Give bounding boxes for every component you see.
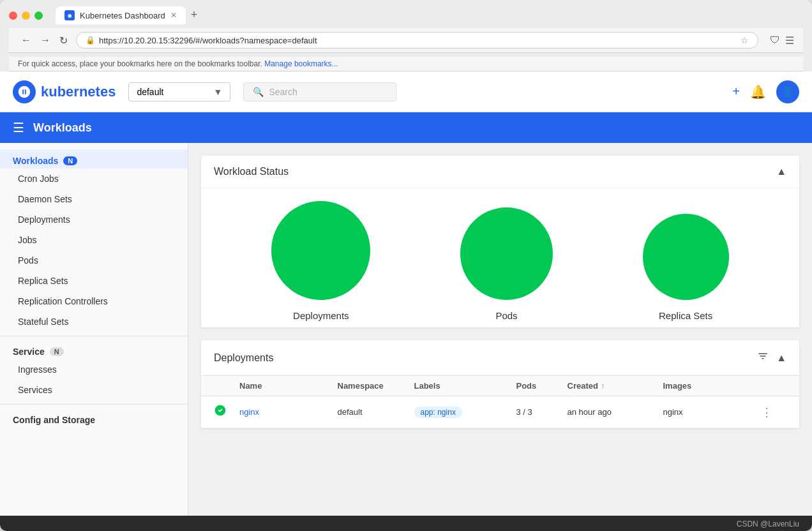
app-content: kubernetes default ▼ 🔍 Search + 🔔 👤 ☰ Wo…	[0, 71, 812, 516]
forward-button[interactable]: →	[37, 33, 54, 48]
search-placeholder: Search	[269, 87, 297, 97]
service-badge: N	[50, 347, 64, 356]
url-text: https://10.20.20.15:32296/#/workloads?na…	[99, 36, 737, 45]
col-header-name: Name	[239, 381, 338, 391]
workloads-badge: N	[63, 156, 77, 165]
workloads-label: Workloads	[13, 156, 58, 166]
row-menu-button[interactable]: ⋮	[761, 405, 786, 419]
sidebar-item-workloads[interactable]: Workloads N	[0, 149, 188, 168]
sidebar-item-stateful-sets[interactable]: Stateful Sets	[0, 311, 188, 332]
workload-status-collapse-button[interactable]: ▲	[776, 166, 786, 177]
security-icon: 🔒	[86, 36, 95, 45]
cron-jobs-label: Cron Jobs	[18, 174, 59, 184]
deployments-label: Deployments	[18, 214, 70, 225]
deployments-collapse-button[interactable]: ▲	[776, 352, 786, 364]
nav-buttons: ← → ↻	[18, 33, 71, 48]
sidebar-item-daemon-sets[interactable]: Daemon Sets	[0, 189, 188, 209]
search-icon: 🔍	[253, 87, 264, 97]
sidebar-section-config-storage[interactable]: Config and Storage	[0, 408, 188, 428]
deployments-card: Deployments ▲ Name Namespace Labels	[201, 340, 799, 428]
row-labels: app: nginx	[414, 407, 516, 418]
browser-titlebar: ⎈ Kubernetes Dashboard ✕ + ← → ↻ 🔒 https…	[0, 0, 812, 71]
workload-status-card: Workload Status ▲ Deployments Pods	[201, 156, 799, 327]
add-button[interactable]: +	[732, 84, 740, 99]
star-icon[interactable]: ☆	[741, 35, 749, 45]
sidebar-item-deployments[interactable]: Deployments	[0, 209, 188, 230]
k8s-logo-icon	[13, 80, 36, 103]
close-traffic-light[interactable]	[9, 11, 17, 20]
sidebar-item-pods[interactable]: Pods	[0, 250, 188, 271]
sidebar-divider-2	[0, 404, 188, 405]
bookmarks-text: For quick access, place your bookmarks h…	[18, 59, 262, 68]
maximize-traffic-light[interactable]	[34, 11, 43, 20]
sidebar-item-replication-controllers[interactable]: Replication Controllers	[0, 291, 188, 311]
app-navbar: ☰ Workloads	[0, 112, 812, 143]
hamburger-button[interactable]: ☰	[13, 120, 24, 135]
config-storage-label: Config and Storage	[13, 415, 95, 425]
sidebar: Workloads N Cron Jobs Daemon Sets Deploy…	[0, 143, 188, 516]
replication-controllers-label: Replication Controllers	[18, 296, 108, 306]
pods-circle	[460, 207, 553, 300]
browser-action-buttons: 🛡 ☰	[763, 34, 794, 47]
new-tab-button[interactable]: +	[186, 8, 203, 22]
col-header-status	[214, 381, 239, 391]
status-circles-container: Deployments Pods Replica Sets	[201, 188, 799, 327]
refresh-button[interactable]: ↻	[56, 33, 71, 48]
logo-text: kubernetes	[41, 84, 116, 100]
footer: CSDN @LavenLiu	[0, 516, 812, 531]
back-button[interactable]: ←	[18, 33, 34, 48]
sidebar-item-replica-sets[interactable]: Replica Sets	[0, 271, 188, 291]
sidebar-divider-1	[0, 336, 188, 336]
daemon-sets-label: Daemon Sets	[18, 194, 72, 204]
stateful-sets-label: Stateful Sets	[18, 317, 68, 327]
sidebar-item-jobs[interactable]: Jobs	[0, 230, 188, 250]
browser-tab[interactable]: ⎈ Kubernetes Dashboard ✕	[56, 6, 186, 24]
replica-sets-circle-label: Replica Sets	[659, 310, 712, 321]
col-header-pods: Pods	[516, 381, 568, 391]
row-namespace: default	[338, 407, 414, 417]
row-pods: 3 / 3	[516, 407, 568, 417]
status-item-replica-sets: Replica Sets	[643, 214, 729, 321]
status-item-pods: Pods	[460, 207, 553, 321]
app-header: kubernetes default ▼ 🔍 Search + 🔔 👤	[0, 71, 812, 112]
deployments-filter-button[interactable]	[757, 350, 769, 365]
col-header-labels: Labels	[414, 381, 516, 391]
minimize-traffic-light[interactable]	[22, 11, 30, 20]
col-header-images: Images	[663, 381, 762, 391]
ingresses-label: Ingresses	[18, 364, 57, 375]
shield-icon[interactable]: 🛡	[770, 34, 780, 47]
namespace-dropdown-arrow: ▼	[214, 87, 223, 97]
menu-icon[interactable]: ☰	[785, 34, 794, 47]
namespace-selector[interactable]: default ▼	[128, 82, 230, 101]
sidebar-item-services[interactable]: Services	[0, 380, 188, 400]
sidebar-item-cron-jobs[interactable]: Cron Jobs	[0, 168, 188, 189]
replica-sets-circle	[643, 214, 729, 300]
sidebar-item-ingresses[interactable]: Ingresses	[0, 359, 188, 380]
deployments-circle-label: Deployments	[293, 310, 349, 321]
workload-status-title: Workload Status	[214, 166, 289, 177]
tab-close-button[interactable]: ✕	[170, 11, 177, 20]
browser-controls: ⎈ Kubernetes Dashboard ✕ +	[9, 6, 803, 24]
col-header-created: Created ↑	[568, 381, 663, 391]
address-bar-row: ← → ↻ 🔒 https://10.20.20.15:32296/#/work…	[9, 28, 803, 53]
services-label: Services	[18, 385, 52, 395]
tab-favicon: ⎈	[64, 10, 75, 20]
user-profile-button[interactable]: 👤	[776, 80, 799, 103]
col-header-namespace: Namespace	[338, 381, 414, 391]
row-created: an hour ago	[568, 407, 663, 417]
row-name[interactable]: nginx	[239, 407, 338, 417]
sidebar-section-service[interactable]: Service N	[0, 340, 188, 359]
col-header-actions	[761, 381, 786, 391]
deployments-card-header: Deployments ▲	[201, 340, 799, 375]
created-sort-icon[interactable]: ↑	[601, 382, 605, 391]
row-images: nginx	[663, 407, 762, 417]
browser-window: ⎈ Kubernetes Dashboard ✕ + ← → ↻ 🔒 https…	[0, 0, 812, 531]
status-item-deployments: Deployments	[271, 201, 370, 321]
search-bar[interactable]: 🔍 Search	[243, 82, 396, 101]
deployments-card-title: Deployments	[214, 352, 273, 364]
address-bar[interactable]: 🔒 https://10.20.20.15:32296/#/workloads?…	[76, 32, 758, 49]
service-label: Service	[13, 347, 45, 357]
manage-bookmarks-link[interactable]: Manage bookmarks...	[264, 59, 338, 68]
notifications-button[interactable]: 🔔	[750, 84, 766, 100]
label-pill: app: nginx	[414, 407, 462, 418]
